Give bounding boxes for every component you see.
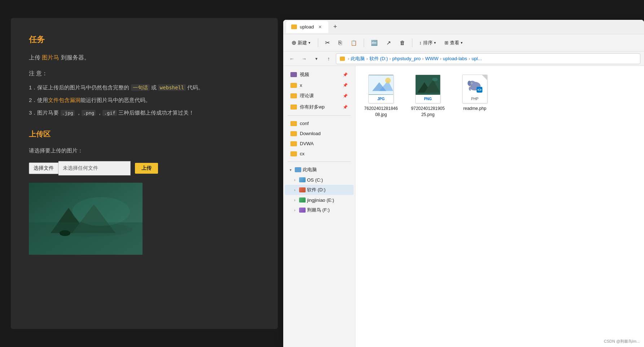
sidebar-folder-wp-icon [290,104,297,110]
main-area: 视频 📌 x 📌 理论课 📌 你有好多wp 📌 conf [283,66,644,347]
svg-rect-5 [29,222,143,255]
drive-f-icon [299,208,306,213]
svg-point-6 [72,197,130,226]
svg-point-11 [385,78,391,84]
sidebar-folder-lk-icon [290,93,297,98]
tab-close-button[interactable]: ✕ [317,24,323,30]
note-item-1: 1．保证上传后的图片马中仍然包含完整的 一句话 或 webshell 代码。 [29,83,260,92]
path-folder1[interactable]: phpstudy_pro [392,56,421,61]
file-choose-button[interactable]: 选择文件 [29,163,58,174]
svg-point-18 [468,81,471,86]
code-yijuhua: 一句话 [131,84,150,91]
sidebar-item-video[interactable]: 视频 📌 [285,69,354,80]
sidebar-item-nhhdwp[interactable]: 你有好多wp 📌 [285,102,354,112]
sidebar-tree-drive-f[interactable]: › 荆棘鸟 (F:) [285,205,354,215]
sidebar-item-download[interactable]: Download [285,129,354,138]
highlight-file-include: 文件包含漏洞 [48,97,80,103]
path-folder2[interactable]: WWW [425,56,438,61]
new-tab-button[interactable]: + [330,22,341,32]
png-icon-container: PNG [413,75,442,103]
new-label: 新建 [298,40,307,46]
sidebar-pin-video: 📌 [343,72,348,77]
path-sep-1: › [366,56,368,61]
sidebar-item-x[interactable]: x 📌 [285,80,354,90]
jpg-label: JPG [377,97,385,101]
file-item-png[interactable]: PNG 9720240128190525.png [408,72,448,121]
drive-d-icon [299,187,306,192]
path-sep-4: › [440,56,441,61]
paste-button[interactable]: 📋 [347,38,360,48]
sidebar-pin-wp: 📌 [343,105,348,110]
sidebar-divider [288,115,351,116]
sidebar-folder-dl-icon [290,131,297,136]
sidebar-tree-drive-e[interactable]: › jingjiniao (E:) [285,195,354,205]
php-content-area: <> [463,75,487,95]
php-icon-container: <> PHP [460,75,489,103]
note-heading: 注 意： [29,68,260,79]
ext-gif: .gif [102,110,117,116]
dropdown-button[interactable]: ▾ [311,54,321,64]
delete-icon: 🗑 [400,40,405,46]
address-path[interactable]: › 此电脑 › 软件 (D:) › phpstudy_pro › WWW › u… [336,53,640,64]
view-button[interactable]: ⊞ 查看 ▾ [441,37,466,48]
sidebar-folder-conf-icon [290,121,297,126]
copy-button[interactable]: ⎘ [335,37,345,48]
path-folder3[interactable]: upload-labs [443,56,467,61]
svg-point-20 [471,83,472,84]
svg-point-7 [60,230,70,236]
path-folder-icon [340,57,345,61]
sidebar-tree-drive-d[interactable]: › 软件 (D:) [285,185,354,195]
sidebar-video-label: 视频 [300,71,309,78]
file-name-display: 未选择任何文件 [58,161,131,175]
path-sep-3: › [422,56,424,61]
file-item-jpg[interactable]: JPG 7620240128184608.jpg [361,72,401,121]
forward-button[interactable]: → [299,54,309,64]
address-bar: ← → ▾ ↑ › 此电脑 › 软件 (D:) › phpstudy_pro ›… [283,52,644,66]
up-button[interactable]: ↑ [324,54,334,64]
view-label: 查看 [450,40,459,46]
sidebar-item-cx[interactable]: cx [285,149,354,159]
back-button[interactable]: ← [287,54,297,64]
file-input-row: 选择文件 未选择任何文件 上传 [29,161,260,175]
toolbar-divider-1 [318,39,318,47]
path-sep-2: › [389,56,391,61]
rename-icon: 🔤 [371,40,378,46]
sort-button[interactable]: ↕ 排序 ▾ [416,37,439,48]
file-item-php[interactable]: <> PHP readme.php [455,72,495,121]
new-icon: ⊕ [292,39,296,46]
sidebar-item-conf[interactable]: conf [285,119,354,128]
path-drive[interactable]: 软件 (D:) [369,55,388,62]
rename-button[interactable]: 🔤 [368,37,381,48]
note-item-3: 3．图片马要 .jpg ，.png ，.gif 三种后缀都上传成功才算过关！ [29,108,260,117]
php-label: PHP [471,97,479,101]
drive-e-expand-arrow: › [292,197,298,203]
new-button[interactable]: ⊕ 新建 ▾ [288,37,314,48]
png-file-name: 9720240128190525.png [411,106,445,118]
sidebar: 视频 📌 x 📌 理论课 📌 你有好多wp 📌 conf [283,66,355,347]
share-button[interactable]: ↗ [383,37,394,48]
video-folder-icon [290,72,297,77]
sidebar-tree-this-pc[interactable]: ▾ 此电脑 [285,165,354,175]
delete-button[interactable]: 🗑 [397,37,408,48]
sidebar-conf-label: conf [300,121,309,126]
sidebar-tree-os-c[interactable]: › OS (C:) [285,175,354,184]
sidebar-cx-label: cx [300,151,305,156]
this-pc-label: 此电脑 [303,166,317,173]
explorer-tab[interactable]: upload ✕ [286,21,328,33]
drive-c-label: OS (C:) [307,177,323,183]
drive-d-expand-arrow: › [292,187,298,193]
sidebar-item-dvwa[interactable]: DVWA [285,139,354,148]
jpg-label-bar: JPG [369,95,393,103]
php-label-bar: PHP [463,95,487,103]
sidebar-divider-2 [288,161,351,162]
sidebar-folder-dvwa-icon [290,141,297,146]
svg-point-15 [432,78,438,81]
jpg-icon-container: JPG [367,75,395,103]
path-this-pc[interactable]: 此电脑 [351,55,365,62]
cut-button[interactable]: ✂ [322,37,333,48]
path-folder4[interactable]: upl... [472,56,482,61]
image-preview [29,183,143,255]
upload-button[interactable]: 上传 [135,163,158,174]
sidebar-item-lilunke[interactable]: 理论课 📌 [285,90,354,101]
sidebar-pin-x: 📌 [343,83,348,88]
